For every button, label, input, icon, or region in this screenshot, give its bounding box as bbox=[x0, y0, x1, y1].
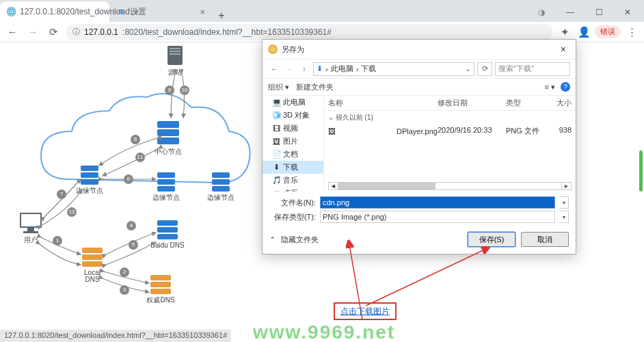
file-group[interactable]: ⌄ 很久以前 (1) bbox=[324, 111, 576, 124]
svg-rect-9 bbox=[81, 179, 98, 185]
window-controls: ◑ — ☐ ✕ bbox=[528, 3, 644, 22]
close-window-icon[interactable]: ✕ bbox=[614, 3, 641, 22]
svg-text:2: 2 bbox=[123, 269, 126, 275]
error-badge[interactable]: 错误 bbox=[595, 25, 621, 38]
svg-rect-11 bbox=[157, 172, 175, 178]
filename-input[interactable]: cdn.png bbox=[320, 196, 555, 209]
folder-tree[interactable]: 💻此电脑🧊3D 对象🎞视频🖼图片📄文档⬇下载🎵音乐🖥桌面💽Windows (C:… bbox=[263, 96, 324, 192]
tree-item[interactable]: 🎞视频 bbox=[263, 122, 323, 135]
filetype-label: 保存类型(T): bbox=[269, 212, 316, 222]
svg-text:3: 3 bbox=[123, 287, 126, 293]
tree-item[interactable]: 🧊3D 对象 bbox=[263, 109, 323, 122]
svg-text:7: 7 bbox=[60, 191, 64, 197]
tree-item[interactable]: 💻此电脑 bbox=[263, 96, 323, 109]
svg-rect-21 bbox=[23, 231, 38, 233]
dialog-toolbar: 组织 ▾ 新建文件夹 ≡ ▾ ? bbox=[263, 78, 576, 96]
app-icon bbox=[268, 44, 278, 54]
search-input[interactable]: 搜索"下载" bbox=[495, 62, 570, 76]
page-content: 源站 中心节点 边缘节点 边缘节点 边缘节点 用户 LocalDNS Baidu… bbox=[0, 42, 644, 330]
back-icon[interactable]: ← bbox=[268, 65, 280, 73]
tree-item[interactable]: 📄文档 bbox=[263, 148, 323, 161]
url-input[interactable]: ⓘ 127.0.0.1:8020/test_download/index.htm… bbox=[66, 24, 552, 40]
horizontal-scrollbar[interactable]: ◄ ► bbox=[328, 182, 572, 190]
forward-icon[interactable]: → bbox=[25, 24, 41, 40]
back-icon[interactable]: ← bbox=[4, 24, 21, 40]
globe-icon: 🌐 bbox=[7, 7, 16, 16]
image-icon: 🖼 bbox=[328, 127, 394, 135]
file-list-header: 名称 修改日期 类型 大小 bbox=[324, 96, 576, 111]
svg-text:用户: 用户 bbox=[24, 236, 38, 244]
cancel-button[interactable]: 取消 bbox=[521, 232, 569, 247]
download-link-box: 点击下载图片 bbox=[334, 302, 397, 320]
svg-rect-24 bbox=[82, 254, 103, 260]
svg-rect-20 bbox=[27, 227, 34, 231]
close-icon[interactable]: × bbox=[200, 7, 205, 17]
tab-title: 设置 bbox=[130, 6, 146, 18]
svg-rect-13 bbox=[157, 186, 175, 192]
url-path: :8020/test_download/index.html?__hbt=163… bbox=[122, 27, 332, 37]
close-icon[interactable]: × bbox=[556, 44, 570, 55]
svg-text:边缘节点: 边缘节点 bbox=[76, 187, 103, 194]
extensions-icon[interactable]: ✦ bbox=[556, 24, 573, 40]
dialog-title: 另存为 bbox=[282, 44, 304, 55]
tab-1[interactable]: 🌐 127.0.0.1:8020/test_download × bbox=[0, 1, 109, 22]
chevron-down-icon[interactable]: ⌄ bbox=[465, 64, 471, 73]
gear-icon: ⚙ bbox=[116, 7, 126, 16]
download-link[interactable]: 点击下载图片 bbox=[340, 306, 390, 317]
refresh-icon[interactable]: ⟳ bbox=[477, 62, 492, 76]
file-row[interactable]: 🖼DPlayer.png 2020/9/16 20:33 PNG 文件 938 bbox=[324, 124, 576, 137]
forward-icon[interactable]: → bbox=[283, 65, 295, 73]
svg-rect-15 bbox=[212, 172, 230, 178]
save-as-dialog: 另存为 × ← → ↑ ⬇ › 此电脑 › 下载 ⌄ ⟳ 搜索"下载" 组织 ▾… bbox=[262, 39, 576, 254]
svg-rect-16 bbox=[212, 179, 230, 185]
tab-2[interactable]: ⚙ 设置 × bbox=[109, 1, 212, 22]
tree-item[interactable]: 🖼图片 bbox=[263, 135, 323, 148]
tree-item[interactable]: ⬇下载 bbox=[263, 161, 323, 174]
svg-rect-12 bbox=[157, 179, 175, 185]
browser-titlebar: 🌐 127.0.0.1:8020/test_download × ⚙ 设置 × … bbox=[0, 0, 644, 22]
svg-text:11: 11 bbox=[137, 154, 144, 160]
svg-rect-3 bbox=[170, 53, 180, 55]
svg-rect-33 bbox=[150, 282, 171, 287]
svg-rect-4 bbox=[157, 121, 179, 128]
svg-rect-28 bbox=[157, 220, 178, 226]
chevron-down-icon[interactable]: ▾ bbox=[559, 196, 569, 209]
up-icon[interactable]: ↑ bbox=[298, 65, 310, 73]
side-indicator bbox=[639, 150, 643, 192]
svg-text:边缘节点: 边缘节点 bbox=[207, 194, 234, 201]
profile-icon[interactable]: 👤 bbox=[576, 24, 592, 40]
reload-icon[interactable]: ⟳ bbox=[45, 24, 62, 40]
view-menu[interactable]: ≡ ▾ bbox=[545, 83, 555, 92]
download-icon: ⬇ bbox=[317, 64, 323, 73]
breadcrumb[interactable]: ⬇ › 此电脑 › 下载 ⌄ bbox=[313, 62, 474, 76]
svg-text:6: 6 bbox=[127, 176, 131, 182]
menu-icon[interactable]: ⋮ bbox=[623, 24, 640, 40]
new-tab-button[interactable]: + bbox=[212, 10, 231, 22]
filetype-select[interactable]: PNG Image (*.png) bbox=[320, 211, 555, 223]
filename-label: 文件名(N): bbox=[269, 198, 316, 208]
svg-rect-30 bbox=[157, 234, 178, 239]
restore-down-icon[interactable]: ◑ bbox=[528, 3, 555, 22]
chevron-down-icon[interactable]: ▾ bbox=[559, 211, 569, 223]
svg-line-61 bbox=[366, 248, 489, 306]
svg-rect-19 bbox=[21, 213, 41, 227]
minimize-icon[interactable]: — bbox=[556, 3, 584, 22]
svg-text:4: 4 bbox=[130, 222, 133, 228]
svg-rect-6 bbox=[157, 137, 179, 144]
organize-menu[interactable]: 组织 ▾ bbox=[268, 82, 289, 92]
svg-rect-29 bbox=[157, 227, 178, 233]
svg-rect-7 bbox=[81, 166, 98, 171]
tree-item[interactable]: 🎵音乐 bbox=[263, 174, 323, 187]
svg-text:10: 10 bbox=[182, 87, 188, 93]
svg-rect-32 bbox=[150, 275, 171, 280]
help-icon[interactable]: ? bbox=[561, 82, 570, 92]
svg-text:5: 5 bbox=[132, 241, 135, 248]
svg-rect-17 bbox=[212, 186, 230, 192]
status-bar: 127.0.0.1:8020/test_download/index.html?… bbox=[0, 330, 231, 342]
file-list[interactable]: 名称 修改日期 类型 大小 ⌄ 很久以前 (1) 🖼DPlayer.png 20… bbox=[324, 96, 576, 192]
maximize-icon[interactable]: ☐ bbox=[585, 3, 613, 22]
new-folder-button[interactable]: 新建文件夹 bbox=[296, 82, 334, 92]
url-host: 127.0.0.1 bbox=[84, 27, 118, 37]
tree-item[interactable]: 🖥桌面 bbox=[263, 187, 323, 192]
cdn-diagram: 源站 中心节点 边缘节点 边缘节点 边缘节点 用户 LocalDNS Baidu… bbox=[7, 42, 260, 330]
